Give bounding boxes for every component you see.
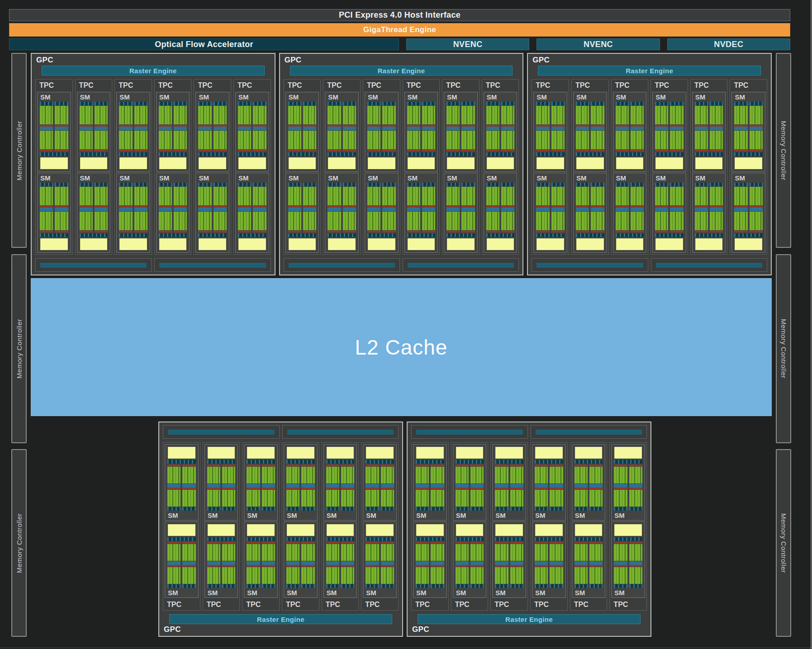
tensor-core-line xyxy=(326,464,339,466)
register-band xyxy=(422,208,435,211)
sm-partition xyxy=(576,183,589,232)
ldst-band xyxy=(536,152,565,156)
tensor-core-line xyxy=(551,231,565,232)
sm-block: SM xyxy=(323,444,357,521)
sm-partition xyxy=(167,464,180,511)
sm-label: SM xyxy=(574,92,607,102)
sm-partition xyxy=(288,183,301,232)
tensor-core-line xyxy=(550,542,563,544)
tensor-core-line xyxy=(366,542,379,544)
core-grid xyxy=(238,187,251,205)
core-grid xyxy=(222,544,235,561)
tensor-core-line xyxy=(550,565,563,567)
core-grid xyxy=(510,490,523,507)
nvenc-label: NVENC xyxy=(584,40,613,49)
tpc-row: TPCSMSMTPCSMSMTPCSMSMTPCSMSMTPCSMSMTPCSM… xyxy=(411,442,647,611)
scheduler-band xyxy=(734,102,747,105)
ldst-band xyxy=(576,233,604,237)
tensor-core-line xyxy=(589,542,603,544)
sm-core xyxy=(363,445,396,511)
sm-partition xyxy=(535,464,548,511)
sm-partition xyxy=(207,464,220,511)
sm-block: SM xyxy=(165,444,199,521)
ldst-band xyxy=(575,460,603,464)
sm-partition xyxy=(159,102,172,152)
scheduler-band xyxy=(470,584,484,588)
register-band xyxy=(303,208,316,211)
rop-partition xyxy=(154,258,271,272)
register-band xyxy=(510,484,523,488)
register-band xyxy=(750,208,763,211)
sm-label: SM xyxy=(493,588,526,597)
sm-label: SM xyxy=(324,511,357,520)
rt-core-block xyxy=(289,238,316,250)
sm-core xyxy=(532,445,565,511)
core-grid xyxy=(247,467,260,483)
core-grid xyxy=(461,106,475,124)
sm-core xyxy=(532,522,565,588)
tpc-block: TPCSMSM xyxy=(730,79,767,255)
sm-partition xyxy=(655,102,668,152)
sm-block: SM xyxy=(453,444,487,521)
scheduler-band xyxy=(134,102,147,105)
core-grid xyxy=(750,187,763,205)
tensor-core-line xyxy=(551,150,565,152)
tensor-core-line xyxy=(670,231,683,232)
sm-label: SM xyxy=(117,92,150,102)
sm-core xyxy=(534,102,567,171)
memory-controller-label: Memory Controller xyxy=(780,319,788,379)
scheduler-band xyxy=(301,584,314,588)
core-grid xyxy=(288,212,301,230)
scheduler-band xyxy=(470,507,484,511)
tpc-label: TPC xyxy=(323,599,357,610)
sm-partitions xyxy=(328,102,356,152)
tpc-block: TPCSMSM xyxy=(690,79,728,255)
scheduler-band xyxy=(262,584,275,588)
tpc-block: TPCSMSM xyxy=(363,79,400,255)
register-band xyxy=(198,127,211,130)
sm-partition xyxy=(614,542,627,588)
sm-partition xyxy=(326,542,339,588)
ldst-band xyxy=(198,152,227,156)
core-grid xyxy=(422,212,435,230)
tensor-core-line xyxy=(222,488,235,489)
core-grid xyxy=(159,212,172,230)
tensor-core-line xyxy=(535,542,548,544)
sm-core xyxy=(38,102,71,171)
sm-partition xyxy=(510,464,523,511)
scheduler-band xyxy=(341,507,354,511)
tensor-core-line xyxy=(431,542,444,544)
core-grid xyxy=(407,106,420,124)
tensor-core-line xyxy=(575,565,588,567)
ldst-band xyxy=(167,537,196,541)
tensor-core-line xyxy=(536,231,549,232)
register-band xyxy=(247,561,260,565)
tensor-core-line xyxy=(495,464,508,466)
ldst-band xyxy=(366,460,394,464)
sm-block: SM xyxy=(285,92,319,172)
ldst-band xyxy=(288,152,317,156)
core-grid xyxy=(326,567,339,584)
scheduler-band xyxy=(247,584,260,588)
scheduler-band xyxy=(382,102,395,105)
rt-core-block xyxy=(238,157,266,169)
gpu-architecture-diagram: PCI Express 4.0 Host Interface GigaThrea… xyxy=(0,0,812,649)
ldst-band xyxy=(238,233,266,237)
core-grid xyxy=(95,106,108,124)
sm-partition xyxy=(456,542,469,588)
rt-core-block xyxy=(408,238,435,250)
tensor-core-line xyxy=(341,464,354,466)
scheduler-band xyxy=(40,102,53,105)
sm-partitions xyxy=(536,102,565,152)
rop-partition xyxy=(403,258,519,272)
tpc-label: TPC xyxy=(652,80,686,91)
raster-engine-label: Raster Engine xyxy=(626,67,673,75)
sm-partition xyxy=(222,542,235,588)
sm-label: SM xyxy=(196,92,229,102)
rt-core-block xyxy=(576,157,604,169)
core-grid xyxy=(247,490,260,507)
tensor-core-line xyxy=(670,150,683,152)
ldst-band xyxy=(198,233,227,237)
sm-core xyxy=(244,445,277,511)
sm-core xyxy=(365,102,398,171)
